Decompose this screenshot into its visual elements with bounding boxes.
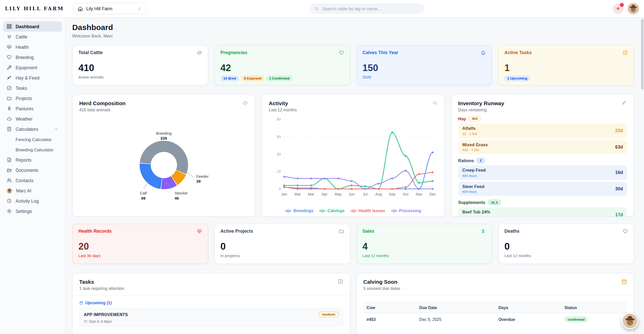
activity-panel-title: Activity [269, 100, 297, 106]
sidebar-item-equipment[interactable]: Equipment [3, 62, 62, 73]
inventory-panel-title: Inventory Runway [458, 100, 504, 106]
task-due: Due in 3 days [84, 319, 339, 323]
stat-card-value: 20 [79, 242, 202, 251]
assistant-avatar-fab[interactable] [622, 313, 638, 329]
table-header-row: CowDue DateDaysStatus [363, 302, 627, 313]
status-badge: 1 Confirmed [266, 75, 293, 81]
asterisk-icon [616, 6, 620, 11]
inventory-item-info: Alfalfa22 · 1.0/d [462, 126, 477, 136]
panel-header: Activity Last 12 months [269, 100, 438, 112]
inventory-item-name: Creep Feed [462, 168, 486, 173]
stat-card-value: 0 [220, 242, 344, 251]
panel-header: Calving Soon 5 soonest due dates [357, 273, 634, 296]
upcoming-label-text: Upcoming (1) [85, 300, 112, 305]
svg-text:40: 40 [277, 152, 281, 156]
stat-card-sales: Sales4Last 12 months [356, 224, 492, 264]
stat-card-active-tasks: Active Tasks11 Upcoming [498, 45, 634, 85]
inventory-item-detail: 600 lbs/d [462, 190, 484, 194]
segment-value: 46 [175, 196, 203, 201]
stat-card-title: Pregnancies [220, 50, 247, 55]
sidebar-item-fencing-calculator[interactable]: Fencing Calculator [3, 134, 62, 144]
donut-leader-lines [79, 115, 248, 208]
sidebar-item-label: Breeding Calculator [16, 147, 54, 152]
sidebar-item-label: Cattle [16, 34, 27, 39]
task-due-text: Due in 3 days [89, 319, 112, 323]
sidebar-item-projects[interactable]: Projects [3, 93, 62, 103]
calendar-icon [621, 279, 627, 284]
calendar-icon [79, 301, 83, 305]
sidebar-item-label: Activity Log [16, 199, 39, 203]
sidebar-item-marc-ai[interactable]: Marc AI [3, 185, 62, 196]
svg-text:80: 80 [277, 117, 281, 121]
inventory-section-supplements: Supplements41.3Beef Tub 24%4.3 · 0.25/d1… [458, 200, 627, 217]
calving-panel-title: Calving Soon [363, 279, 400, 285]
sidebar-item-label: Tasks [16, 86, 27, 91]
sidebar-item-settings[interactable]: Settings [3, 206, 62, 216]
sidebar-item-documents[interactable]: Documents [3, 165, 62, 175]
welcome-message: Welcome Back, Marc [72, 33, 634, 38]
tasks-panel-subtitle: 1 task requiring attention [79, 286, 124, 291]
dollar-icon [480, 229, 486, 234]
sidebar-item-label: Fencing Calculator [16, 137, 52, 142]
sidebar-item-dashboard[interactable]: Dashboard [3, 21, 62, 32]
sidebar-item-label: Marc AI [16, 188, 31, 193]
sidebar-item-label: Contacts [16, 178, 33, 183]
sidebar-item-hay-feed[interactable]: Hay & Feed [3, 73, 62, 83]
inventory-section-header: Supplements41.3 [458, 200, 627, 205]
sidebar-item-cattle[interactable]: Cattle [3, 32, 62, 42]
scrollbar-thumb[interactable] [641, 19, 644, 90]
sidebar-item-breeding-calculator[interactable]: Breeding Calculator [3, 144, 62, 155]
svg-text:Jan: Jan [281, 192, 287, 196]
segment-label: Feeder [196, 174, 209, 179]
chevron-up-down-icon [137, 6, 142, 11]
sidebar-item-reports[interactable]: Reports [3, 155, 62, 165]
sidebar-item-label: Calculators [16, 127, 38, 132]
stat-card-title: Active Projects [220, 229, 253, 233]
stat-card-subtitle: In progress [220, 253, 344, 258]
table-row[interactable]: #453Dec 9, 2025Overdueconfirmed [363, 313, 627, 326]
notifications-button[interactable] [613, 3, 623, 14]
heart-icon [623, 229, 628, 234]
search-input[interactable] [322, 6, 420, 11]
inventory-item-row[interactable]: Steer Feed600 lbs/d30d [458, 182, 627, 196]
sidebar-item-health[interactable]: Health [3, 42, 62, 52]
sidebar-item-activity-log[interactable]: Activity Log [3, 196, 62, 206]
heart-pulse-icon [7, 44, 12, 50]
svg-text:Apr: Apr [322, 192, 328, 196]
sidebar-item-tasks[interactable]: Tasks [3, 83, 62, 93]
inventory-days-remaining: 17d [615, 212, 623, 217]
user-avatar[interactable] [628, 3, 639, 14]
card-header: Active Projects [220, 229, 344, 234]
inventory-item-row[interactable]: Mixed Grass442 · 7.0/d63d [458, 140, 627, 154]
svg-text:Mar: Mar [295, 192, 301, 196]
inventory-item-row[interactable]: Beef Tub 24%4.3 · 0.25/d17d [458, 208, 627, 217]
card-header: Total Cattle [79, 50, 202, 55]
due-date: Dec 9, 2025 [416, 313, 495, 326]
beef-icon [197, 50, 202, 55]
inventory-section-name: Supplements [458, 200, 485, 205]
stat-card-value: 150 [362, 63, 486, 73]
inventory-item-row[interactable]: Alfalfa22 · 1.0/d22d [458, 124, 627, 138]
legend-item-breedings: Breedings [285, 209, 313, 213]
stat-card-value: 1 [504, 63, 628, 73]
sidebar-item-pastures[interactable]: Pastures [3, 103, 62, 114]
chevron-down-icon [54, 127, 59, 131]
inventory-item-row[interactable]: Creep Feed900 lbs/d16d [458, 165, 627, 180]
svg-text:Aug: Aug [376, 192, 382, 196]
users-icon [7, 178, 12, 183]
inventory-item-info: Beef Tub 24%4.3 · 0.25/d [462, 210, 490, 217]
task-row[interactable]: APP IMPROVEMENTS medium Due in 3 days [79, 308, 343, 327]
sidebar-item-weather[interactable]: Weather [3, 114, 62, 124]
heart-pulse-icon [197, 229, 202, 234]
legend-item-health-issues: Health Issues [350, 209, 385, 213]
panels-row: Herd Composition 410 total animals Breed… [72, 94, 634, 217]
sidebar-item-breeding[interactable]: Breeding [3, 52, 62, 62]
sidebar-item-contacts[interactable]: Contacts [3, 175, 62, 185]
farm-selector-value: Lily Hill Farm [86, 6, 134, 11]
search-bar [310, 4, 424, 13]
sidebar-item-calculators[interactable]: Calculators [3, 124, 62, 134]
farm-selector[interactable]: Lily Hill Farm [73, 3, 146, 14]
stat-card-badges: 1 Upcoming [504, 75, 628, 81]
svg-text:Nov: Nov [416, 192, 423, 196]
segment-label: Breeding [156, 131, 172, 135]
